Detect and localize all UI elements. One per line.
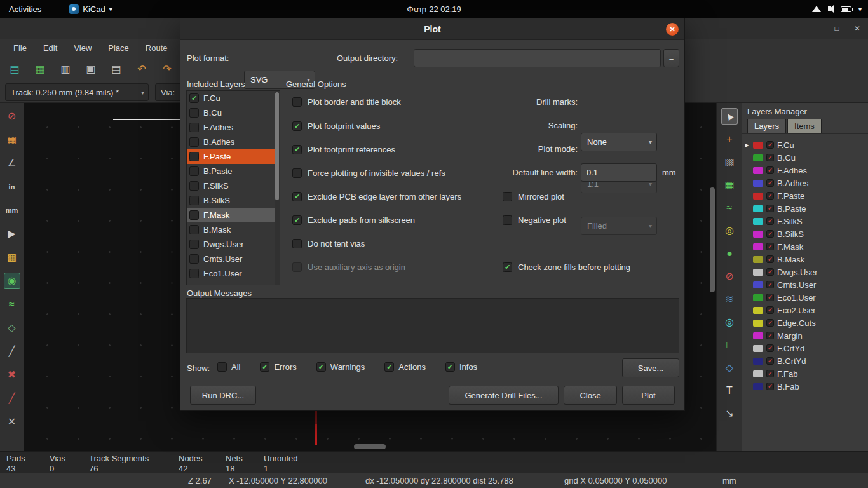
window-close-button[interactable]: ✕ [851, 23, 863, 34]
included-layer-f-cu[interactable]: ✔F.Cu [187, 91, 280, 105]
checkbox[interactable] [189, 152, 199, 161]
option-force-plotting-of-invisible-values-refs[interactable]: Force plotting of invisible values / ref… [292, 166, 445, 179]
menu-file[interactable]: File [5, 43, 35, 53]
checkbox[interactable] [189, 269, 199, 278]
layer-visibility-checkbox[interactable]: ✔ [766, 154, 774, 161]
layer-f-adhes[interactable]: ✔F.Adhes [742, 164, 868, 177]
layer-f-fab[interactable]: ✔F.Fab [742, 367, 868, 380]
layer-edge-cuts[interactable]: ✔Edge.Cuts [742, 316, 868, 329]
clock[interactable]: Փտր 22 02:19 [407, 4, 461, 14]
run-drc-button[interactable]: Run DRC... [190, 386, 256, 405]
option-mirrored-plot[interactable]: Mirrored plot [503, 190, 564, 203]
layer-color-swatch[interactable] [753, 180, 763, 187]
layer-eco1-user[interactable]: ✔Eco1.User [742, 291, 868, 304]
measure-button[interactable]: ↘ [721, 405, 738, 422]
option-exclude-pcb-edge-layer-from-other-layers[interactable]: ✔Exclude PCB edge layer from other layer… [292, 190, 461, 203]
layer-b-silks[interactable]: ✔B.SilkS [742, 227, 868, 240]
option-check-zone-fills-before-plotting[interactable]: ✔Check zone fills before plotting [503, 261, 630, 273]
filter-infos[interactable]: ✔Infos [445, 362, 477, 372]
layer-visibility-checkbox[interactable]: ✔ [766, 255, 774, 263]
layer-eco2-user[interactable]: ✔Eco2.User [742, 304, 868, 316]
layer-b-mask[interactable]: ✔B.Mask [742, 253, 868, 266]
checkbox[interactable] [217, 362, 227, 372]
checkbox[interactable]: ✔ [189, 93, 199, 103]
checkbox[interactable]: ✔ [292, 215, 302, 225]
layer-visibility-checkbox[interactable]: ✔ [766, 357, 774, 365]
layer-visibility-checkbox[interactable]: ✔ [766, 306, 774, 314]
layer-visibility-checkbox[interactable]: ✔ [766, 243, 774, 250]
layer-cmts-user[interactable]: ✔Cmts.User [742, 278, 868, 291]
highlight-net-button[interactable]: + [721, 131, 738, 147]
included-layer-dwgs-user[interactable]: Dwgs.User [187, 237, 280, 252]
checkbox[interactable] [189, 225, 199, 234]
print-button[interactable]: ▣ [83, 61, 99, 78]
layer-color-swatch[interactable] [753, 358, 763, 365]
menu-place[interactable]: Place [100, 43, 137, 53]
generate-drill-files-button[interactable]: Generate Drill Files... [449, 386, 559, 405]
layer-visibility-checkbox[interactable]: ✔ [766, 370, 774, 377]
layer-visibility-checkbox[interactable]: ✔ [766, 344, 774, 352]
layer-visibility-checkbox[interactable]: ✔ [766, 319, 774, 327]
layer-color-swatch[interactable] [753, 218, 763, 225]
included-layers-list[interactable]: ✔F.CuB.CuF.AdhesB.AdhesF.PasteB.PasteF.S… [186, 90, 280, 285]
local-ratsnest-button[interactable]: ▧ [721, 154, 738, 170]
included-layer-f-paste[interactable]: F.Paste [187, 149, 280, 164]
option-plot-footprint-references[interactable]: ✔Plot footprint references [292, 143, 395, 156]
high-contrast-button[interactable]: ✕ [4, 414, 20, 430]
page-settings-button[interactable]: ▤ [108, 61, 125, 78]
option-exclude-pads-from-silkscreen[interactable]: ✔Exclude pads from silkscreen [292, 214, 415, 226]
checkbox[interactable] [292, 239, 302, 248]
microwave-tool-button[interactable]: ≋ [721, 291, 738, 308]
layer-visibility-checkbox[interactable]: ✔ [766, 332, 774, 339]
units-mm-button[interactable]: mm [4, 202, 20, 219]
checkbox[interactable] [292, 97, 302, 107]
layer-visibility-checkbox[interactable]: ✔ [766, 268, 774, 276]
included-layer-b-paste[interactable]: B.Paste [187, 164, 280, 179]
dialog-close-button[interactable]: ✕ [666, 23, 679, 36]
layer-color-swatch[interactable] [753, 269, 763, 276]
close-button[interactable]: Close [564, 386, 617, 405]
browse-output-directory-button[interactable]: ≡ [663, 49, 679, 67]
add-footprint-button[interactable]: ▦ [721, 177, 738, 193]
checkbox[interactable]: ✔ [292, 121, 302, 131]
layer-color-swatch[interactable] [753, 205, 763, 212]
tab-layers[interactable]: Layers [747, 119, 786, 133]
drc-off-button[interactable]: ⊘ [4, 108, 20, 125]
layer-b-paste[interactable]: ✔B.Paste [742, 202, 868, 215]
layer-visibility-checkbox[interactable]: ✔ [766, 205, 774, 212]
menu-route[interactable]: Route [137, 43, 176, 53]
output-directory-input[interactable] [414, 49, 661, 67]
layer-color-swatch[interactable] [753, 167, 763, 174]
checkbox[interactable] [292, 168, 302, 178]
app-menu[interactable]: KiCad ▾ [63, 4, 118, 14]
save-messages-button[interactable]: Save... [622, 358, 679, 377]
layer-color-swatch[interactable] [753, 320, 763, 327]
grid-button[interactable]: ▦ [4, 132, 20, 148]
included-layer-f-mask[interactable]: F.Mask [187, 208, 280, 222]
layer-b-fab[interactable]: ✔B.Fab [742, 380, 868, 393]
layer-visibility-checkbox[interactable]: ✔ [766, 166, 774, 174]
units-inches-button[interactable]: in [4, 179, 20, 195]
list-scrollbar[interactable] [275, 91, 280, 285]
layer-color-swatch[interactable] [753, 332, 763, 339]
layer-visibility-checkbox[interactable]: ✔ [766, 281, 774, 288]
ratsnest-button[interactable]: ◉ [4, 273, 20, 289]
layer-color-swatch[interactable] [753, 243, 763, 250]
checkbox[interactable] [292, 262, 302, 272]
add-via-button[interactable]: ◎ [721, 222, 738, 239]
checkbox[interactable] [189, 240, 199, 249]
drill-marks-select[interactable]: None ▾ [581, 133, 657, 151]
checkbox[interactable] [503, 215, 512, 225]
checkbox[interactable] [189, 137, 199, 147]
add-text-button[interactable]: T [721, 383, 738, 399]
layer-visibility-checkbox[interactable]: ✔ [766, 217, 774, 225]
layer-f-mask[interactable]: ✔F.Mask [742, 240, 868, 253]
filter-actions[interactable]: ✔Actions [384, 362, 426, 372]
layer-color-swatch[interactable] [753, 307, 763, 314]
checkbox[interactable] [189, 196, 199, 205]
board-setup-button[interactable]: ▦ [32, 61, 48, 78]
sketch-pads-button[interactable]: ╱ [4, 343, 20, 360]
sketch-vias-button[interactable]: ✖ [4, 367, 20, 383]
maximize-button[interactable]: □ [831, 23, 843, 34]
included-layer-b-silks[interactable]: B.SilkS [187, 193, 280, 208]
